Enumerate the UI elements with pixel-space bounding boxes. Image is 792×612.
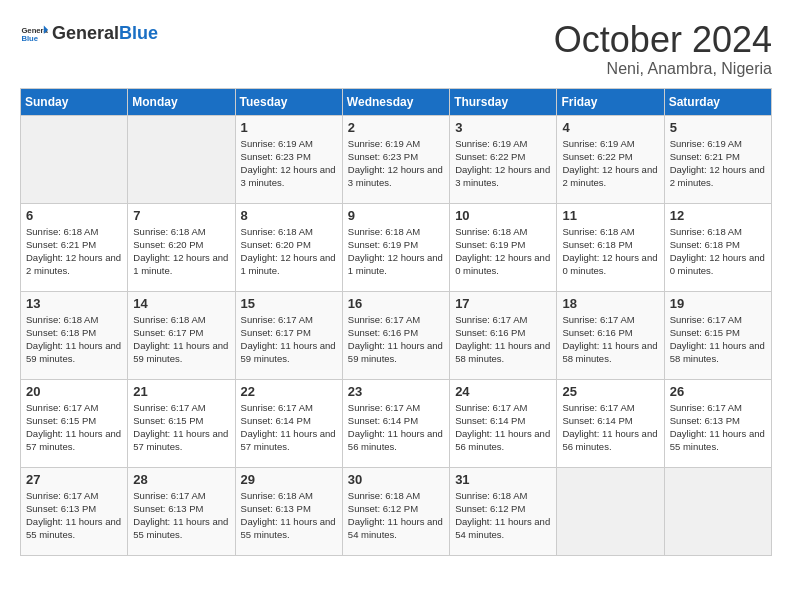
calendar-cell: 2Sunrise: 6:19 AMSunset: 6:23 PMDaylight… <box>342 115 449 203</box>
day-info: Sunrise: 6:18 AMSunset: 6:20 PMDaylight:… <box>241 225 337 278</box>
calendar-cell: 1Sunrise: 6:19 AMSunset: 6:23 PMDaylight… <box>235 115 342 203</box>
day-number: 14 <box>133 296 229 311</box>
day-number: 15 <box>241 296 337 311</box>
logo-blue-text: Blue <box>119 23 158 43</box>
day-info: Sunrise: 6:17 AMSunset: 6:14 PMDaylight:… <box>241 401 337 454</box>
day-info: Sunrise: 6:17 AMSunset: 6:13 PMDaylight:… <box>26 489 122 542</box>
day-header-sunday: Sunday <box>21 88 128 115</box>
calendar-cell: 4Sunrise: 6:19 AMSunset: 6:22 PMDaylight… <box>557 115 664 203</box>
day-number: 22 <box>241 384 337 399</box>
title-section: October 2024 Neni, Anambra, Nigeria <box>554 20 772 78</box>
day-number: 16 <box>348 296 444 311</box>
day-header-tuesday: Tuesday <box>235 88 342 115</box>
calendar-cell <box>557 467 664 555</box>
day-info: Sunrise: 6:17 AMSunset: 6:14 PMDaylight:… <box>348 401 444 454</box>
day-number: 8 <box>241 208 337 223</box>
month-title: October 2024 <box>554 20 772 60</box>
calendar-week-1: 1Sunrise: 6:19 AMSunset: 6:23 PMDaylight… <box>21 115 772 203</box>
day-info: Sunrise: 6:17 AMSunset: 6:14 PMDaylight:… <box>562 401 658 454</box>
day-info: Sunrise: 6:17 AMSunset: 6:16 PMDaylight:… <box>455 313 551 366</box>
day-info: Sunrise: 6:17 AMSunset: 6:14 PMDaylight:… <box>455 401 551 454</box>
day-number: 10 <box>455 208 551 223</box>
calendar-week-4: 20Sunrise: 6:17 AMSunset: 6:15 PMDayligh… <box>21 379 772 467</box>
day-info: Sunrise: 6:17 AMSunset: 6:16 PMDaylight:… <box>562 313 658 366</box>
day-info: Sunrise: 6:17 AMSunset: 6:15 PMDaylight:… <box>133 401 229 454</box>
day-number: 11 <box>562 208 658 223</box>
day-number: 25 <box>562 384 658 399</box>
day-info: Sunrise: 6:18 AMSunset: 6:12 PMDaylight:… <box>455 489 551 542</box>
day-header-friday: Friday <box>557 88 664 115</box>
calendar-cell: 6Sunrise: 6:18 AMSunset: 6:21 PMDaylight… <box>21 203 128 291</box>
calendar-cell: 25Sunrise: 6:17 AMSunset: 6:14 PMDayligh… <box>557 379 664 467</box>
day-info: Sunrise: 6:18 AMSunset: 6:21 PMDaylight:… <box>26 225 122 278</box>
day-header-thursday: Thursday <box>450 88 557 115</box>
calendar-cell: 7Sunrise: 6:18 AMSunset: 6:20 PMDaylight… <box>128 203 235 291</box>
calendar-header-row: SundayMondayTuesdayWednesdayThursdayFrid… <box>21 88 772 115</box>
day-info: Sunrise: 6:18 AMSunset: 6:18 PMDaylight:… <box>670 225 766 278</box>
day-number: 7 <box>133 208 229 223</box>
day-info: Sunrise: 6:19 AMSunset: 6:23 PMDaylight:… <box>241 137 337 190</box>
day-info: Sunrise: 6:18 AMSunset: 6:19 PMDaylight:… <box>455 225 551 278</box>
calendar-cell: 5Sunrise: 6:19 AMSunset: 6:21 PMDaylight… <box>664 115 771 203</box>
calendar-cell: 10Sunrise: 6:18 AMSunset: 6:19 PMDayligh… <box>450 203 557 291</box>
day-info: Sunrise: 6:19 AMSunset: 6:22 PMDaylight:… <box>562 137 658 190</box>
day-number: 29 <box>241 472 337 487</box>
day-info: Sunrise: 6:18 AMSunset: 6:18 PMDaylight:… <box>562 225 658 278</box>
day-number: 30 <box>348 472 444 487</box>
calendar-cell: 28Sunrise: 6:17 AMSunset: 6:13 PMDayligh… <box>128 467 235 555</box>
day-number: 23 <box>348 384 444 399</box>
day-number: 6 <box>26 208 122 223</box>
calendar-cell: 21Sunrise: 6:17 AMSunset: 6:15 PMDayligh… <box>128 379 235 467</box>
day-number: 13 <box>26 296 122 311</box>
day-number: 12 <box>670 208 766 223</box>
logo-icon: General Blue <box>20 20 48 48</box>
day-info: Sunrise: 6:18 AMSunset: 6:13 PMDaylight:… <box>241 489 337 542</box>
calendar-cell: 27Sunrise: 6:17 AMSunset: 6:13 PMDayligh… <box>21 467 128 555</box>
calendar-cell: 9Sunrise: 6:18 AMSunset: 6:19 PMDaylight… <box>342 203 449 291</box>
logo-general-text: General <box>52 23 119 43</box>
calendar-cell: 14Sunrise: 6:18 AMSunset: 6:17 PMDayligh… <box>128 291 235 379</box>
page-header: General Blue GeneralBlue October 2024 Ne… <box>20 20 772 78</box>
day-number: 3 <box>455 120 551 135</box>
day-number: 5 <box>670 120 766 135</box>
day-header-monday: Monday <box>128 88 235 115</box>
calendar-cell: 23Sunrise: 6:17 AMSunset: 6:14 PMDayligh… <box>342 379 449 467</box>
day-info: Sunrise: 6:19 AMSunset: 6:22 PMDaylight:… <box>455 137 551 190</box>
calendar-week-2: 6Sunrise: 6:18 AMSunset: 6:21 PMDaylight… <box>21 203 772 291</box>
day-info: Sunrise: 6:18 AMSunset: 6:12 PMDaylight:… <box>348 489 444 542</box>
day-number: 20 <box>26 384 122 399</box>
day-number: 1 <box>241 120 337 135</box>
day-number: 27 <box>26 472 122 487</box>
day-info: Sunrise: 6:17 AMSunset: 6:13 PMDaylight:… <box>670 401 766 454</box>
calendar-cell: 24Sunrise: 6:17 AMSunset: 6:14 PMDayligh… <box>450 379 557 467</box>
calendar-cell: 13Sunrise: 6:18 AMSunset: 6:18 PMDayligh… <box>21 291 128 379</box>
calendar-cell: 8Sunrise: 6:18 AMSunset: 6:20 PMDaylight… <box>235 203 342 291</box>
calendar-cell: 3Sunrise: 6:19 AMSunset: 6:22 PMDaylight… <box>450 115 557 203</box>
calendar-cell: 12Sunrise: 6:18 AMSunset: 6:18 PMDayligh… <box>664 203 771 291</box>
calendar-cell: 19Sunrise: 6:17 AMSunset: 6:15 PMDayligh… <box>664 291 771 379</box>
calendar-cell <box>664 467 771 555</box>
day-info: Sunrise: 6:17 AMSunset: 6:16 PMDaylight:… <box>348 313 444 366</box>
logo: General Blue GeneralBlue <box>20 20 158 48</box>
day-info: Sunrise: 6:17 AMSunset: 6:17 PMDaylight:… <box>241 313 337 366</box>
day-number: 21 <box>133 384 229 399</box>
calendar-cell: 18Sunrise: 6:17 AMSunset: 6:16 PMDayligh… <box>557 291 664 379</box>
day-number: 31 <box>455 472 551 487</box>
day-header-wednesday: Wednesday <box>342 88 449 115</box>
day-info: Sunrise: 6:17 AMSunset: 6:13 PMDaylight:… <box>133 489 229 542</box>
calendar-cell: 11Sunrise: 6:18 AMSunset: 6:18 PMDayligh… <box>557 203 664 291</box>
calendar-cell: 17Sunrise: 6:17 AMSunset: 6:16 PMDayligh… <box>450 291 557 379</box>
calendar-cell: 22Sunrise: 6:17 AMSunset: 6:14 PMDayligh… <box>235 379 342 467</box>
calendar-cell: 29Sunrise: 6:18 AMSunset: 6:13 PMDayligh… <box>235 467 342 555</box>
calendar-cell <box>21 115 128 203</box>
calendar-week-3: 13Sunrise: 6:18 AMSunset: 6:18 PMDayligh… <box>21 291 772 379</box>
calendar-cell: 15Sunrise: 6:17 AMSunset: 6:17 PMDayligh… <box>235 291 342 379</box>
day-info: Sunrise: 6:18 AMSunset: 6:19 PMDaylight:… <box>348 225 444 278</box>
day-number: 9 <box>348 208 444 223</box>
calendar-cell: 26Sunrise: 6:17 AMSunset: 6:13 PMDayligh… <box>664 379 771 467</box>
day-number: 17 <box>455 296 551 311</box>
day-info: Sunrise: 6:18 AMSunset: 6:17 PMDaylight:… <box>133 313 229 366</box>
day-header-saturday: Saturday <box>664 88 771 115</box>
day-info: Sunrise: 6:19 AMSunset: 6:23 PMDaylight:… <box>348 137 444 190</box>
day-number: 24 <box>455 384 551 399</box>
